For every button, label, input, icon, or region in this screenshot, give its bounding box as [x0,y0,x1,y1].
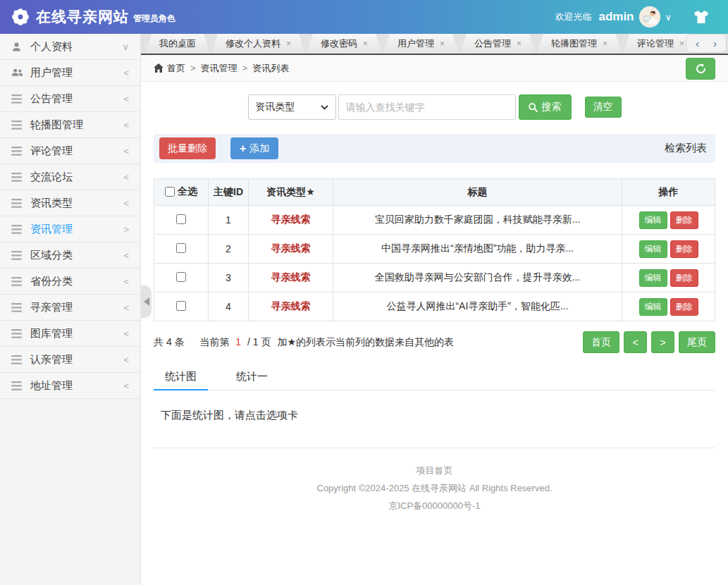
edit-button[interactable]: 编辑 [639,211,667,229]
breadcrumb-current: 资讯列表 [252,62,289,75]
select-all-checkbox[interactable] [165,187,175,197]
row-checkbox[interactable] [176,301,186,311]
tab-close-icon[interactable]: × [679,39,684,49]
star-note: 加★的列表示当前列的数据来自其他的表 [277,336,454,347]
prev-page-button[interactable]: < [624,331,647,353]
breadcrumb-home[interactable]: 首页 [167,62,185,75]
delete-button[interactable]: 删除 [670,269,698,287]
user-avatar[interactable] [639,6,660,27]
sidebar-item-label: 认亲管理 [30,353,123,367]
site-title: 在线寻亲网站 [36,8,129,26]
sidebar-item[interactable]: 评论管理 < [0,138,140,164]
clear-button[interactable]: 清空 [585,97,622,118]
last-page-button[interactable]: 尾页 [679,331,715,353]
chevron-down-icon[interactable]: ∨ [665,12,672,23]
current-page-label: 当前第 [199,336,229,347]
tab-close-icon[interactable]: × [440,39,445,49]
sidebar-item-chevron-icon: < [123,250,129,261]
refresh-button[interactable] [686,58,715,80]
app-window: 在线寻亲网站 管理员角色 欢迎光临 admin ∨ [0,0,728,585]
current-page-number: 1 [235,336,241,347]
brand: 在线寻亲网站 管理员角色 [0,8,175,26]
pagination: 共 4 条 当前第 1 / 1 页 加★的列表示当前列的数据来自其他的表 首页 … [154,331,715,353]
next-page-button[interactable]: > [651,331,674,353]
menu-icon [11,225,24,234]
edit-button[interactable]: 编辑 [639,269,667,287]
tab-scroll-left-icon[interactable]: ‹ [689,37,706,49]
tshirt-icon[interactable] [693,10,710,24]
sidebar-collapse-handle[interactable] [141,285,152,318]
row-id: 4 [209,292,249,321]
keyword-input[interactable] [338,94,516,120]
breadcrumb-news-manage[interactable]: 资讯管理 [201,62,237,75]
users-icon [11,68,24,78]
search-icon [529,103,538,112]
sidebar-item[interactable]: 认亲管理 < [0,347,140,373]
row-checkbox[interactable] [176,243,186,253]
delete-button[interactable]: 删除 [670,211,698,229]
row-checkbox[interactable] [176,272,186,282]
sidebar-item[interactable]: 用户管理 < [0,60,140,86]
row-title: 宝贝回家助力数千家庭团圆，科技赋能寻亲新... [333,206,622,235]
sidebar-item[interactable]: 省份分类 < [0,269,140,295]
search-button[interactable]: 搜索 [519,94,572,120]
row-checkbox[interactable] [176,214,186,224]
sidebar-item[interactable]: 图库管理 < [0,321,140,347]
row-title: 中国寻亲网推出“亲情地图”功能，助力寻亲... [333,235,622,264]
delete-button[interactable]: 删除 [670,240,698,258]
page-tab[interactable]: 修改密码 × [307,34,382,54]
tab-close-icon[interactable]: × [517,39,522,49]
menu-icon [11,303,24,312]
user-area: 欢迎光临 admin ∨ [555,6,728,27]
delete-button[interactable]: 删除 [670,298,698,316]
sidebar-item[interactable]: 轮播图管理 < [0,112,140,138]
row-id: 3 [209,264,249,292]
type-header: 资讯类型★ [249,179,333,206]
edit-button[interactable]: 编辑 [639,298,667,316]
menu-icon [11,251,24,260]
sidebar-item[interactable]: 地址管理 < [0,373,140,399]
select-caret-icon [321,105,328,110]
sidebar-item[interactable]: 资讯类型 < [0,190,140,216]
page-tab[interactable]: 用户管理 × [383,34,459,54]
sidebar-item[interactable]: 区域分类 < [0,242,140,269]
tab-close-icon[interactable]: × [286,39,291,49]
tab-scroll-right-icon[interactable]: › [706,37,724,49]
sidebar-item[interactable]: 个人资料 ∨ [0,34,140,60]
sidebar-item-chevron-icon: < [123,355,129,365]
page-tab[interactable]: 我的桌面 × [145,34,210,54]
sidebar-item[interactable]: 寻亲管理 < [0,295,140,321]
page-tab[interactable]: 公告管理 × [460,34,536,54]
menu-icon [11,355,24,364]
home-icon [154,63,164,73]
sidebar: 个人资料 ∨ 用户管理 < 公告管理 < 轮播图管理 < 评论管理 < 交流论坛… [0,34,141,585]
batch-delete-button[interactable]: 批量删除 [159,137,216,159]
stats-tab[interactable]: 统计一 [225,364,279,390]
row-type: 寻亲线索 [249,206,333,235]
page-tab[interactable]: 修改个人资料 × [211,34,305,54]
edit-button[interactable]: 编辑 [639,240,667,258]
type-select[interactable]: 资讯类型 [248,94,336,120]
tab-close-icon[interactable]: × [363,39,368,49]
page-tab[interactable]: 轮播图管理 × [537,34,622,54]
sidebar-item[interactable]: 交流论坛 < [0,164,140,190]
add-button[interactable]: + 添加 [230,137,278,159]
sidebar-item-chevron-icon: < [123,381,129,391]
row-title: 全国救助寻亲网与公安部门合作，提升寻亲效... [333,264,622,292]
row-type: 寻亲线索 [249,235,333,264]
tab-close-icon[interactable]: × [603,39,607,49]
project-home-link[interactable]: 项目首页 [154,464,715,477]
first-page-button[interactable]: 首页 [583,331,619,353]
menu-icon [11,329,24,338]
table-row: 4 寻亲线索 公益寻人网推出“AI寻亲助手”，智能化匹... 编辑 删除 [154,292,715,321]
stats-tab[interactable]: 统计图 [154,364,208,390]
breadcrumb: 首页 > 资讯管理 > 资讯列表 [141,55,728,82]
tab-label: 用户管理 [397,37,434,50]
type-select-value: 资讯类型 [256,101,295,113]
username[interactable]: admin [598,10,634,24]
sidebar-item[interactable]: 资讯管理 > [0,216,140,242]
sidebar-item-chevron-icon: < [123,302,129,313]
sidebar-item-label: 用户管理 [30,66,123,80]
menu-icon [11,147,24,156]
sidebar-item[interactable]: 公告管理 < [0,86,140,112]
